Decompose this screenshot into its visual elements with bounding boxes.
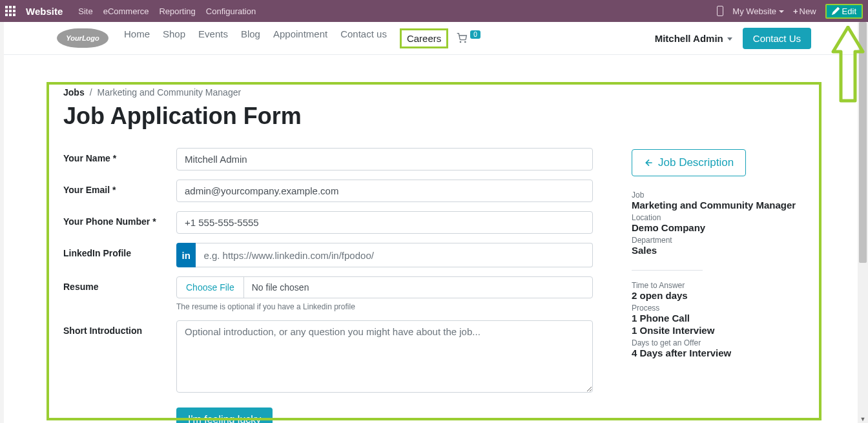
nav-contact[interactable]: Contact us [340,28,387,48]
meta-location-value: Demo Company [632,222,800,233]
meta-job-label: Job [632,191,800,200]
scrollbar-thumb[interactable] [859,22,867,263]
contact-us-button[interactable]: Contact Us [743,28,811,49]
left-gutter [0,22,4,423]
topbar-menu-configuration[interactable]: Configuration [206,6,256,16]
edit-label: Edit [842,6,856,16]
meta-location-label: Location [632,213,800,222]
meta-tta-label: Time to Answer [632,281,800,290]
nav-home[interactable]: Home [124,28,150,48]
breadcrumb-current: Marketing and Community Manager [98,87,242,98]
meta-dept-label: Department [632,236,800,245]
meta-job-value: Marketing and Community Manager [632,200,800,211]
cart-button[interactable]: 0 [456,33,480,43]
new-button[interactable]: +New [793,6,816,16]
meta-process-label: Process [632,304,800,313]
nav-events[interactable]: Events [198,28,228,48]
apps-icon[interactable] [5,6,16,16]
resume-help-text: The resume is optional if you have a Lin… [176,302,593,311]
label-linkedin: LinkedIn Profile [63,243,176,258]
vertical-scrollbar[interactable]: ▲ ▼ [858,22,868,423]
submit-button[interactable]: I'm feeling lucky [176,408,273,423]
meta-tta-value: 2 open days [632,290,800,301]
meta-offer-label: Days to get an Offer [632,338,800,347]
topbar-menu-ecommerce[interactable]: eCommerce [103,6,149,16]
file-status: No file chosen [244,277,317,298]
application-form: Your Name * Your Email * Your Phone Numb… [63,148,593,423]
topbar-brand[interactable]: Website [26,6,63,17]
input-phone[interactable] [176,211,593,234]
nav-blog[interactable]: Blog [241,28,260,48]
breadcrumb-root[interactable]: Jobs [63,87,85,98]
input-name[interactable] [176,148,593,170]
svg-point-1 [465,41,466,42]
nav-careers[interactable]: Careers [400,28,448,48]
meta-process-v1: 1 Phone Call [632,313,800,324]
nav-appointment[interactable]: Appointment [273,28,327,48]
job-description-label: Job Description [658,156,734,169]
meta-process-v2: 1 Onsite Interview [632,325,800,336]
breadcrumb-sep: / [90,87,92,98]
meta-dept-value: Sales [632,245,800,256]
topbar-menu-reporting[interactable]: Reporting [159,6,195,16]
app-topbar: Website Site eCommerce Reporting Configu… [0,0,868,22]
meta-offer-value: 4 Days after Interview [632,347,800,358]
textarea-intro[interactable] [176,320,593,393]
arrow-left-icon [644,158,654,168]
label-email: Your Email * [63,180,176,195]
choose-file-button[interactable]: Choose File [177,277,244,298]
label-intro: Short Introduction [63,320,176,336]
mobile-preview-icon[interactable] [717,6,723,16]
site-nav: Home Shop Events Blog Appointment Contac… [124,28,448,48]
user-dropdown[interactable]: Mitchell Admin [655,33,732,44]
my-website-dropdown[interactable]: My Website [732,6,784,16]
new-label: New [800,6,816,16]
job-description-button[interactable]: Job Description [632,149,746,176]
label-phone: Your Phone Number * [63,211,176,227]
topbar-menu-site[interactable]: Site [78,6,92,16]
sidebar-divider [632,270,703,271]
input-email[interactable] [176,180,593,202]
scroll-down-icon[interactable]: ▼ [858,416,868,422]
job-sidebar: Job Description Job Marketing and Commun… [632,148,800,423]
site-logo[interactable]: YourLogo [57,28,108,48]
site-header: YourLogo Home Shop Events Blog Appointme… [0,22,868,55]
file-input-resume[interactable]: Choose File No file chosen [176,276,593,298]
nav-shop[interactable]: Shop [163,28,185,48]
label-resume: Resume [63,276,176,292]
label-name: Your Name * [63,148,176,163]
input-linkedin[interactable] [196,243,593,267]
cart-icon [456,33,468,43]
cart-count: 0 [470,30,480,39]
svg-point-0 [460,41,461,42]
pencil-icon [832,7,840,15]
edit-button[interactable]: Edit [825,4,863,19]
linkedin-icon: in [176,243,196,267]
breadcrumb: Jobs / Marketing and Community Manager [63,87,805,98]
page-title: Job Application Form [63,103,805,130]
